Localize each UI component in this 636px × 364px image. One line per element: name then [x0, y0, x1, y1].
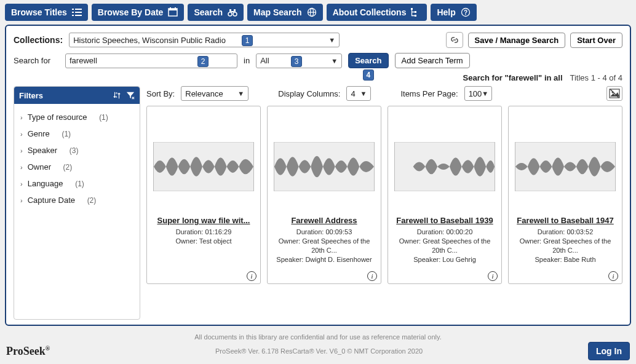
- facet-label: Owner: [28, 162, 51, 172]
- chevron-right-icon: ›: [20, 147, 23, 154]
- binoculars-icon: [228, 7, 237, 17]
- start-over-button[interactable]: Start Over: [570, 33, 622, 48]
- in-field-select[interactable]: All 3 ▼: [256, 53, 342, 68]
- facet-label: Speaker: [28, 146, 57, 155]
- facet-count: (1): [99, 113, 108, 122]
- result-title[interactable]: Super long wav file wit...: [157, 216, 250, 225]
- waveform-thumbnail: [274, 142, 375, 191]
- result-title[interactable]: Farewell Address: [291, 216, 357, 225]
- facet-capture-date[interactable]: ›Capture Date (2): [18, 192, 136, 208]
- brand-logo: ProSeek®: [6, 345, 50, 358]
- display-columns-select[interactable]: 4 ▼: [346, 86, 371, 101]
- chevron-down-icon: ▼: [328, 36, 335, 44]
- calendar-icon: [168, 7, 178, 17]
- svg-point-10: [228, 12, 232, 16]
- filters-title: Filters: [19, 91, 43, 100]
- facet-label: Capture Date: [28, 196, 75, 205]
- results-toolbar: Sort By: Relevance ▼ Display Columns: 4 …: [146, 86, 622, 101]
- collections-label: Collections:: [14, 35, 63, 45]
- collections-select[interactable]: Historic Speeches, Wisconsin Public Radi…: [69, 33, 340, 47]
- result-owner: Owner: Great Speeches of the 20th C...: [392, 237, 498, 255]
- nav-search[interactable]: Search: [188, 4, 244, 21]
- sort-by-select[interactable]: Relevance ▼: [181, 86, 248, 101]
- in-value: All: [260, 56, 269, 65]
- facet-label: Language: [28, 179, 63, 188]
- svg-text:0: 0: [116, 92, 117, 95]
- facet-count: (1): [62, 130, 71, 138]
- nav-map-search[interactable]: Map Search: [247, 4, 323, 21]
- chevron-right-icon: ›: [20, 114, 23, 121]
- nav-help-label: Help: [437, 7, 455, 17]
- hint-badge-4: 4: [363, 69, 374, 81]
- version-text: ProSeek® Ver. 6.178 ResCarta® Ver. V6_0 …: [50, 347, 588, 355]
- facet-type-of-resource[interactable]: ›Type of resource (1): [18, 109, 136, 125]
- add-search-term-button[interactable]: Add Search Term: [395, 53, 470, 68]
- svg-text:1: 1: [116, 95, 117, 98]
- result-card[interactable]: Farewell to Baseball 1947 Duration: 00:0…: [508, 106, 622, 284]
- result-card[interactable]: Farewell Address Duration: 00:09:53 Owne…: [267, 106, 381, 284]
- search-for-label: Search for: [14, 56, 59, 65]
- hint-badge-2: 2: [197, 56, 209, 67]
- nav-about-collections[interactable]: About Collections: [327, 4, 427, 21]
- waveform-thumbnail: [153, 142, 254, 191]
- facet-owner[interactable]: ›Owner (2): [18, 159, 136, 175]
- info-icon[interactable]: i: [247, 271, 256, 281]
- nav-browse-titles-label: Browse Titles: [11, 7, 67, 17]
- search-button-label: Search: [355, 56, 381, 65]
- permalink-button[interactable]: [446, 32, 463, 48]
- svg-rect-18: [411, 8, 413, 10]
- chevron-down-icon: ▼: [331, 57, 338, 65]
- chevron-down-icon: ▼: [360, 90, 367, 97]
- items-per-page-select[interactable]: 100 ▼: [464, 86, 492, 101]
- clear-filter-icon[interactable]: [126, 91, 135, 100]
- facet-speaker[interactable]: ›Speaker (3): [18, 142, 136, 159]
- save-manage-search-button[interactable]: Save / Manage Search: [468, 33, 566, 48]
- svg-rect-19: [415, 11, 416, 13]
- status-summary: Search for "farewell" in all: [463, 73, 563, 82]
- nav-browse-titles[interactable]: Browse Titles: [5, 4, 88, 21]
- chevron-right-icon: ›: [20, 197, 23, 204]
- info-icon[interactable]: i: [488, 271, 498, 281]
- items-per-page-label: Items Per Page:: [400, 89, 458, 98]
- toggle-thumbnails-button[interactable]: [606, 86, 622, 101]
- svg-point-11: [233, 12, 237, 16]
- result-speaker: Speaker: Lou Gehrig: [413, 255, 476, 264]
- nav-browse-by-date[interactable]: Browse By Date: [92, 4, 185, 21]
- waveform-thumbnail: [515, 142, 616, 191]
- filters-header: Filters 01: [14, 87, 140, 104]
- footer-disclaimer: All documents in this library are confid…: [5, 333, 631, 341]
- bottom-bar: ProSeek® ProSeek® Ver. 6.178 ResCarta® V…: [0, 341, 636, 364]
- result-card[interactable]: Farewell to Baseball 1939 Duration: 00:0…: [388, 106, 502, 284]
- display-columns-label: Display Columns:: [278, 89, 340, 98]
- svg-rect-4: [72, 15, 74, 16]
- result-owner: Owner: Great Speeches of the 20th C...: [271, 237, 377, 255]
- sort-icon[interactable]: 01: [113, 91, 121, 100]
- result-card[interactable]: Super long wav file wit... Duration: 01:…: [146, 106, 261, 284]
- facet-genre[interactable]: ›Genre (1): [18, 125, 136, 142]
- facet-language[interactable]: ›Language (1): [18, 175, 136, 192]
- nav-map-search-label: Map Search: [253, 7, 302, 17]
- filters-panel: Filters 01 ›Type of resource (1) ›Genre …: [14, 86, 140, 320]
- svg-rect-14: [231, 11, 234, 12]
- svg-rect-0: [72, 9, 74, 10]
- result-owner: Owner: Great Speeches of the 20th C...: [512, 237, 618, 255]
- results-area: Sort By: Relevance ▼ Display Columns: 4 …: [146, 86, 622, 320]
- facet-count: (3): [70, 146, 79, 155]
- info-icon[interactable]: i: [367, 271, 377, 281]
- search-panel: Collections: Historic Speeches, Wisconsi…: [5, 25, 631, 326]
- display-columns-value: 4: [351, 89, 355, 98]
- result-duration: Duration: 01:16:29: [176, 228, 232, 237]
- result-title[interactable]: Farewell to Baseball 1939: [396, 216, 493, 225]
- search-button[interactable]: Search 4: [348, 53, 388, 68]
- result-title[interactable]: Farewell to Baseball 1947: [517, 216, 614, 225]
- chevron-right-icon: ›: [20, 180, 23, 188]
- image-off-icon: [609, 88, 620, 99]
- search-for-input[interactable]: farewell 2: [65, 53, 237, 68]
- nav-search-label: Search: [194, 7, 223, 17]
- info-icon[interactable]: i: [608, 271, 618, 281]
- nav-help[interactable]: Help ?: [431, 4, 476, 21]
- login-button[interactable]: Log In: [588, 342, 630, 360]
- result-speaker: Speaker: Dwight D. Eisenhower: [276, 255, 372, 264]
- facet-count: (2): [87, 196, 97, 205]
- facet-label: Type of resource: [28, 113, 87, 122]
